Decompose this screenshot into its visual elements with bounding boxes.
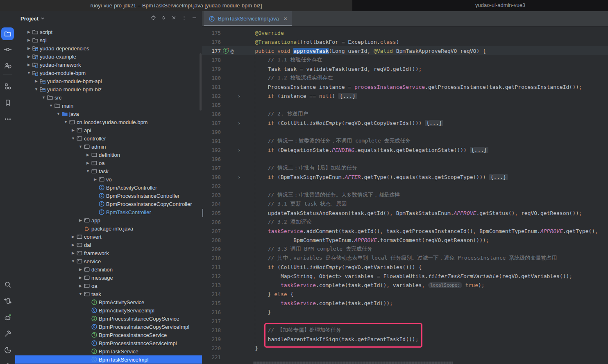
folded-region-chip[interactable]: {...} [489,174,508,180]
tree-item-bpmprocessinstanceservice[interactable]: IBpmProcessInstanceService [15,331,202,339]
tree-item-bpmprocessinstancecopycontroller[interactable]: CBpmProcessInstanceCopyController [15,200,202,208]
chevron-expanded-icon[interactable]: ▼ [70,136,76,140]
chevron-collapsed-icon[interactable]: ▶ [70,243,76,247]
chevron-expanded-icon[interactable]: ▼ [63,120,69,124]
chevron-collapsed-icon[interactable]: ▶ [26,46,32,50]
code-line-187[interactable]: 187› if (CollUtil.isNotEmpty(reqVO.getCo… [202,118,608,127]
tree-item-bpmtaskservice[interactable]: IBpmTaskService [15,347,202,355]
code-line-198[interactable]: 198› if (BpmTaskSignTypeEnum.AFTER.getTy… [202,172,608,181]
tree-item-sql[interactable]: ▶sql [15,36,202,44]
options-icon[interactable] [179,14,190,23]
code-line-181[interactable]: 181 ProcessInstance instance = processIn… [202,82,608,91]
code-line-208[interactable]: 208 BpmCommentTypeEnum.APPROVE.formatCom… [202,235,608,244]
code-line-214[interactable]: 214 } else { [202,289,608,298]
code-line-175[interactable]: 175 @Override [202,28,608,37]
tree-item-convert[interactable]: ▶convert [15,233,202,241]
tree-item-cn-iocoder-yudao-module-bpm[interactable]: ▼cn.iocoder.yudao.module.bpm [15,118,202,126]
code-line-217[interactable]: 217 [202,317,608,326]
tree-item-framework[interactable]: ▶framework [15,249,202,257]
code-line-186[interactable]: 186 // 2. 抄送用户 [202,109,608,118]
folded-region-chip[interactable]: {...} [425,120,443,126]
tree-item-yudao-module-bpm-api[interactable]: ▶yudao-module-bpm-api [15,77,202,85]
code-line-206[interactable]: 206 // 3.2 添加评论 [202,217,608,226]
chevron-expanded-icon[interactable]: ▼ [33,87,39,91]
folded-region-chip[interactable]: {...} [338,93,357,99]
pull-requests-icon[interactable]: ? [1,59,14,72]
tree-item-yudao-framework[interactable]: ▶yudao-framework [15,61,202,69]
tree-item-task[interactable]: ▼task [15,167,202,175]
code-line-215[interactable]: 215 taskService.complete(task.getId()); [202,298,608,307]
window-titlebar-active[interactable]: ruoyi-vue-pro-jdk21 – BpmTaskServiceImpl… [0,0,352,11]
code-line-221[interactable]: 221 [202,353,608,362]
chevron-collapsed-icon[interactable]: ▶ [33,79,39,83]
window-titlebar-inactive[interactable]: yudao-ui-admin-vue3 [352,0,608,11]
tree-item-script[interactable]: ▶script [15,28,202,36]
tree-item-vo[interactable]: ▶vo [15,175,202,183]
code-line-196[interactable]: 196 [202,154,608,163]
code-line-182[interactable]: 182› if (instance == null) {...} [202,91,608,100]
tree-item-bpmactivityservice[interactable]: IBpmActivityService [15,298,202,306]
tree-item-yudao-example[interactable]: ▶yudao-example [15,52,202,61]
collapse-all-icon[interactable] [169,14,179,23]
code-line-179[interactable]: 179 Task task = validateTask(userId, req… [202,64,608,73]
tree-item-main[interactable]: ▼main [15,102,202,110]
tree-item-dal[interactable]: ▶dal [15,241,202,249]
code-line-204[interactable]: 204 // 3.1 更新 task 状态、原因 [202,199,608,208]
code-line-220[interactable]: 220 } [202,344,608,353]
tree-item-definition[interactable]: ▶definition [15,151,202,159]
chevron-collapsed-icon[interactable]: ▶ [26,63,32,67]
tab-bpm-task-service-impl[interactable]: C BpmTaskServiceImpl.java ✕ [204,11,292,26]
code-line-212[interactable]: 212 Map<String, Object> variables = Flow… [202,271,608,280]
search-icon[interactable] [1,278,14,291]
fold-arrow-icon[interactable]: › [236,93,242,99]
overriding-method-icon[interactable]: I↑ [223,48,229,54]
code-line-216[interactable]: 216 } [202,307,608,317]
chevron-collapsed-icon[interactable]: ▶ [77,276,84,280]
code-line-197[interactable]: 197 // 情况二：审批有【后】加签的任务 [202,163,608,172]
tree-item-oa[interactable]: ▶oa [15,282,202,290]
project-folder-icon[interactable] [1,27,14,40]
project-panel-title[interactable]: Project [20,16,45,22]
folded-region-chip[interactable]: {...} [470,147,488,153]
code-line-218[interactable]: 218 // 【加签专属】处理加签任务 [202,326,608,335]
tree-item-message[interactable]: ▶message [15,274,202,282]
tree-item-src[interactable]: ▼src [15,93,202,102]
code-line-207[interactable]: 207 taskService.addComment(task.getId(),… [202,226,608,235]
code-line-213[interactable]: 213 taskService.complete(task.getId(), v… [202,280,608,289]
code-line-192[interactable]: 192› if (DelegationState.PENDING.equals(… [202,145,608,154]
fold-arrow-icon[interactable]: › [236,174,242,180]
code-line-210[interactable]: 210 // 其中，variables 是存储动态表单到 local 任务级别。… [202,253,608,262]
tree-item-bpmprocessinstancecopyserviceimpl[interactable]: CBpmProcessInstanceCopyServiceImpl [15,323,202,331]
code-line-202[interactable]: 202 [202,181,608,190]
build-icon[interactable] [1,327,14,340]
chevron-collapsed-icon[interactable]: ▶ [70,251,76,255]
tree-item-bpmactivitycontroller[interactable]: CBpmActivityController [15,183,202,192]
code-line-190[interactable]: 190 [202,127,608,136]
code-line-209[interactable]: 209 // 3.3 调用 BPM complete 去完成任务 [202,244,608,253]
tree-item-package-info-java[interactable]: package-info.java [15,224,202,233]
commit-icon[interactable] [1,43,14,56]
chevron-collapsed-icon[interactable]: ▶ [26,54,32,59]
chevron-expanded-icon[interactable]: ▼ [77,145,84,149]
chevron-collapsed-icon[interactable]: ▶ [77,218,84,222]
code-line-178[interactable]: 178 // 1.1 校验任务存在 [202,55,608,64]
services-icon[interactable] [1,360,14,364]
code-line-203[interactable]: 203 // 情况三：审批普通的任务。大多数情况下，都是这样 [202,190,608,199]
chevron-collapsed-icon[interactable]: ▶ [77,284,84,288]
chevron-collapsed-icon[interactable]: ▶ [26,38,32,42]
expand-all-icon[interactable] [159,14,169,23]
tree-item-controller[interactable]: ▼controller [15,134,202,142]
profiler-icon[interactable] [1,344,14,356]
tree-item-oa[interactable]: ▶oa [15,159,202,167]
debug-icon[interactable] [1,311,14,323]
tree-scrollbar-thumb[interactable] [200,53,202,111]
chevron-expanded-icon[interactable]: ▼ [77,292,84,296]
code-line-219[interactable]: 219 handleParentTaskIfSign(task.getParen… [202,335,608,344]
tree-item-yudao-dependencies[interactable]: ▶yudao-dependencies [15,44,202,52]
tree-item-definition[interactable]: ▶definition [15,265,202,274]
code-line-176[interactable]: 176 @Transactional(rollbackFor = Excepti… [202,37,608,46]
structure-icon[interactable] [1,80,14,93]
chevron-collapsed-icon[interactable]: ▶ [85,161,91,165]
tree-item-admin[interactable]: ▼admin [15,142,202,151]
tree-item-bpmactivityserviceimpl[interactable]: CBpmActivityServiceImpl [15,306,202,314]
